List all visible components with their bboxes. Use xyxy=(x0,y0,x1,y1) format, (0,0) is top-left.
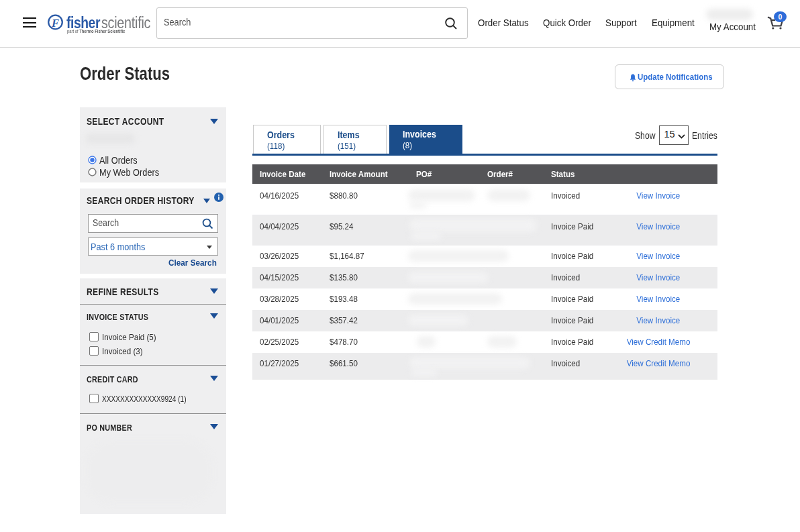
svg-text:F: F xyxy=(51,17,59,30)
